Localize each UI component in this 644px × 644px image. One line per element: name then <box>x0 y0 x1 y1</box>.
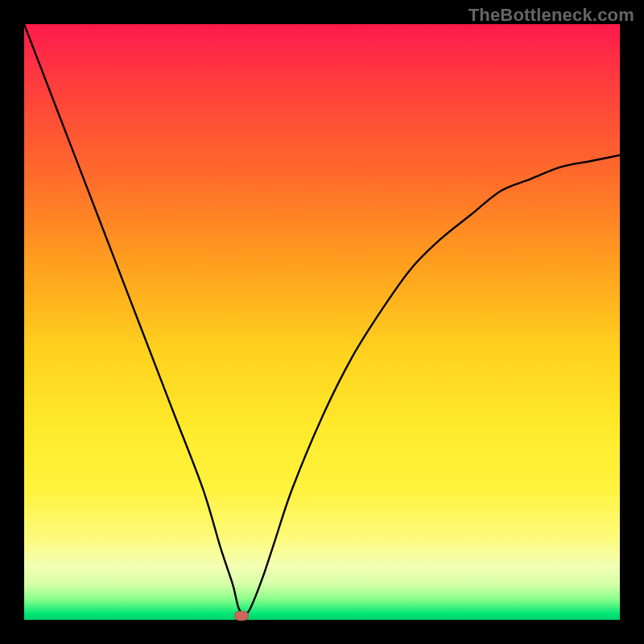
watermark-text: TheBottleneck.com <box>469 5 634 26</box>
plot-area <box>24 24 620 620</box>
optimal-point-marker <box>234 611 249 621</box>
bottleneck-curve <box>24 24 620 620</box>
chart-container: TheBottleneck.com <box>0 0 644 644</box>
